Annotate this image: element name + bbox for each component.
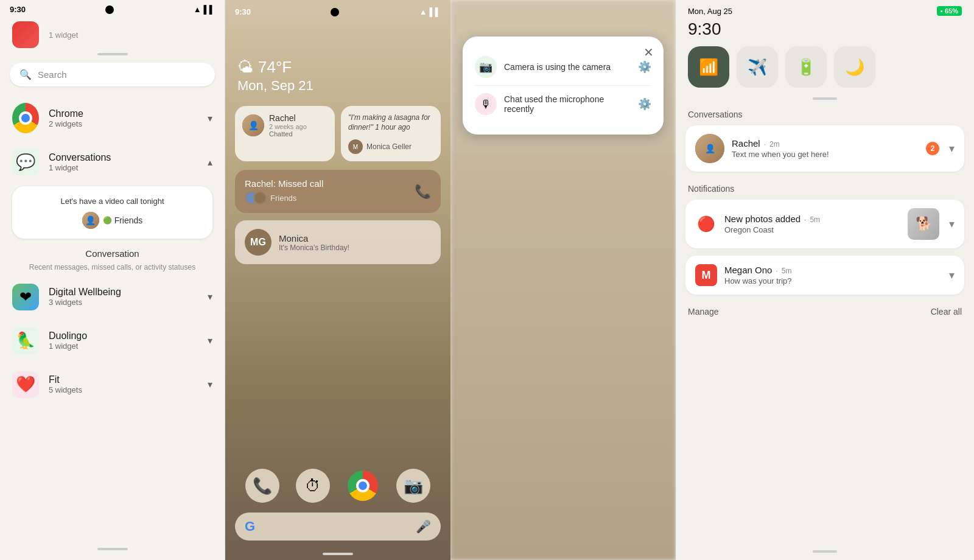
app-row-digital-wellbeing[interactable]: ❤ Digital Wellbeing 3 widgets ▾ [0,275,225,319]
digital-wellbeing-chevron[interactable]: ▾ [208,291,212,303]
app-row-conversations[interactable]: 💬 Conversations 1 widget ▴ [0,140,225,184]
rachel-notification[interactable]: 👤 Rachel · 2m Text me when you get here!… [685,125,964,172]
photos-notif-time: 5m [810,215,820,224]
rachel-notif-time-val: 2m [769,140,780,149]
manage-link[interactable]: Manage [688,307,719,317]
camera-settings-gear[interactable]: ⚙️ [638,60,651,74]
missed-call-group-name: Friends [270,194,296,203]
monica-name: Monica [279,233,349,243]
megan-notif-name: Megan Ono [724,265,772,275]
google-search-bar[interactable]: G 🎤 [235,513,441,541]
notif-date: Mon, Aug 25 [688,7,732,16]
camera-permission-text: Camera is using the camera [504,62,631,72]
weather-icon: 🌤 [237,58,253,77]
monica-info: Monica It's Monica's Birthday! [279,233,349,252]
photos-notif-content: New photos added · 5m Oregon Coast [724,214,900,234]
monica-geller-name: Monica Geller [366,142,412,151]
permission-close-button[interactable]: ✕ [643,45,654,60]
rachel-avatar: 👤 [242,114,264,136]
wifi-toggle-icon: 📶 [699,58,718,77]
photos-notif-expand[interactable]: ▾ [949,217,955,231]
megan-notif-time: 5m [782,267,792,275]
home-content: 9:30 ▲ ▌▌ 🌤 74°F Mon, Sep 21 👤 [225,0,450,560]
megan-notif-expand[interactable]: ▾ [949,268,955,282]
fit-name: Fit [49,374,208,385]
chrome-name: Chrome [49,108,208,119]
gmail-app-icon: M [695,264,717,286]
conversations-app-icon: 💬 [12,149,39,175]
toggle-dark-mode[interactable]: 🌙 [834,46,875,88]
photos-app-icon: 🔴 [695,213,717,235]
notif-footer: Manage Clear all [676,299,974,324]
camera-permission-icon: 📷 [475,56,497,78]
battery-icon: ▪ [941,7,943,15]
missed-call-group: Friends [245,191,415,205]
signal-icon-1: ▌▌ [204,5,215,14]
monica-geller-card[interactable]: "I'm making a lasagna for dinner!" 1 hou… [341,106,441,161]
wifi-icon-1: ▲ [194,5,201,14]
bottom-indicator [813,550,837,553]
monica-quote: "I'm making a lasagna for dinner!" 1 hou… [348,113,433,132]
status-icons-2: ▲ ▌▌ [419,7,441,16]
megan-notif-dot: · [776,267,777,275]
mic-icon[interactable]: 🎤 [416,519,431,534]
avatar-face: 👤 [82,212,99,229]
rachel-notif-expand[interactable]: ▾ [949,142,955,155]
megan-notif-content: Megan Ono · 5m How was your trip? [724,265,939,285]
widget-description: Recent messages, missed calls, or activi… [12,262,212,273]
photos-notification[interactable]: 🔴 New photos added · 5m Oregon Coast 🐕 ▾ [685,200,964,248]
wifi-icon-2: ▲ [419,7,427,16]
clear-all-link[interactable]: Clear all [931,307,962,317]
monica-subtitle: It's Monica's Birthday! [279,243,349,252]
search-bar[interactable]: 🔍 Search [10,63,215,86]
dock-phone[interactable]: 📞 [245,469,279,503]
digital-wellbeing-info: Digital Wellbeing 3 widgets [49,287,208,307]
camera-indicator-1 [105,5,114,14]
missed-call-icon: 📞 [415,184,431,200]
app-row-fit[interactable]: ❤️ Fit 5 widgets ▾ [0,363,225,407]
toggle-battery-saver[interactable]: 🔋 [785,46,827,88]
camera-indicator-2 [331,8,339,16]
dock-clock[interactable]: ⏱ [296,469,330,503]
duolingo-widgets: 1 widget [49,341,208,351]
dock-chrome[interactable] [346,469,380,503]
monica-birthday-card[interactable]: MG Monica It's Monica's Birthday! [235,220,441,264]
notif-status-right: ▪ 65% [937,6,962,16]
home-screen-panel: 9:30 ▲ ▌▌ 🌤 74°F Mon, Sep 21 👤 [225,0,450,560]
mg-avatar: MG [245,229,272,256]
conversations-section-title: Conversations [676,110,974,125]
mic-settings-gear[interactable]: ⚙️ [638,97,651,111]
megan-notification[interactable]: M Megan Ono · 5m How was your trip? ▾ [685,256,964,295]
rachel-card[interactable]: 👤 Rachel 2 weeks ago Chatted [235,106,335,161]
conversations-app-info: Conversations 1 widget [49,152,208,172]
rachel-face: 👤 [242,114,264,136]
missed-call-card[interactable]: Rachel: Missed call Friends 📞 [235,170,441,213]
chrome-chevron[interactable]: ▾ [208,113,212,124]
widget-message: Let's have a video call tonight [22,196,203,207]
duolingo-chevron[interactable]: ▾ [208,335,212,346]
top-widget-label: 1 widget [49,30,78,40]
app-row-duolingo[interactable]: 🦜 Duolingo 1 widget ▾ [0,319,225,363]
chrome-app-icon [12,105,39,131]
app-row-chrome[interactable]: Chrome 2 widgets ▾ [0,96,225,140]
top-scroll-indicator [97,53,128,55]
blurred-overlay [450,152,676,560]
toggle-airplane[interactable]: ✈️ [737,46,778,88]
conversations-chevron[interactable]: ▴ [208,156,212,168]
rachel-status: Chatted [269,130,307,138]
rachel-name: Rachel [269,113,307,123]
dock-camera[interactable]: 📷 [396,469,430,503]
photos-notif-subtitle: Oregon Coast [724,225,900,234]
widget-user-row: 👤 🟢 Friends [22,212,203,229]
status-time-2: 9:30 [235,7,251,16]
chrome-app-info: Chrome 2 widgets [49,108,208,128]
rachel-notif-header: Rachel · 2m [732,138,919,149]
fit-widgets: 5 widgets [49,385,208,394]
digital-wellbeing-widgets: 3 widgets [49,298,208,307]
duolingo-icon: 🦜 [12,327,39,354]
rachel-info: Rachel 2 weeks ago Chatted [269,113,307,138]
toggle-wifi[interactable]: 📶 [688,46,729,88]
search-placeholder: Search [38,69,67,80]
home-indicator [323,553,353,555]
fit-chevron[interactable]: ▾ [208,379,212,390]
